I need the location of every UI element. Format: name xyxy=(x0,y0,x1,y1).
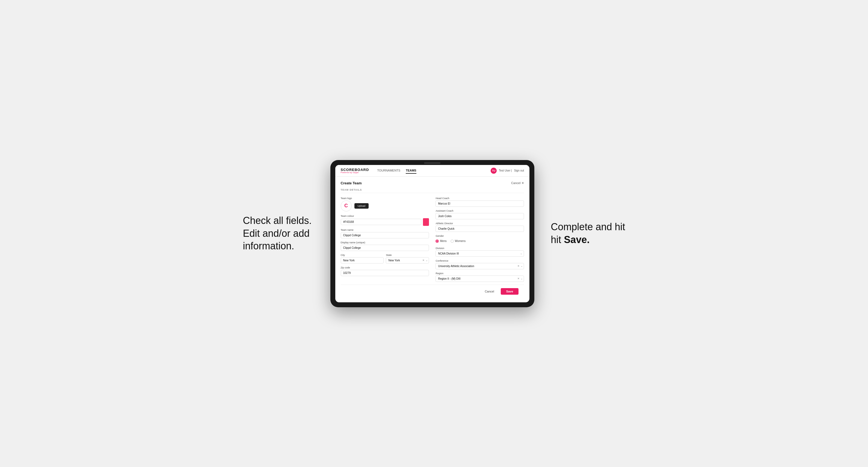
gender-field: Gender Mens Womens xyxy=(435,235,524,244)
sign-out-link[interactable]: Sign out xyxy=(514,169,524,172)
region-select-wrapper: ✕ ⌄ xyxy=(435,276,524,282)
athletic-director-field: Athletic Director xyxy=(435,222,524,232)
head-coach-label: Head Coach xyxy=(435,197,524,199)
gender-womens-radio[interactable]: Womens xyxy=(451,240,466,243)
logo-area: SCOREBOARD Powered by clippd xyxy=(341,168,369,174)
form-title: Create Team xyxy=(341,181,362,185)
state-label: State xyxy=(386,254,429,256)
division-field: Division NCAA Division III NCAA Division… xyxy=(435,247,524,257)
state-field: State ✕ ⌄ xyxy=(386,254,429,263)
logo-text: SCOREBOARD xyxy=(341,168,369,172)
cancel-button[interactable]: Cancel xyxy=(481,288,498,295)
team-colour-field: Team colour xyxy=(341,215,429,226)
conference-clear-icon[interactable]: ✕ xyxy=(517,264,520,268)
annotation-line3: information. xyxy=(243,240,294,251)
city-input[interactable] xyxy=(341,257,384,263)
head-coach-input[interactable] xyxy=(435,200,524,207)
mens-label: Mens xyxy=(440,240,446,243)
region-field: Region ✕ ⌄ xyxy=(435,272,524,282)
assistant-coach-label: Assistant Coach xyxy=(435,210,524,212)
color-field-wrapper xyxy=(341,218,429,226)
division-select[interactable]: NCAA Division III NCAA Division II NCAA … xyxy=(435,250,524,257)
display-name-input[interactable] xyxy=(341,245,429,251)
nav-teams[interactable]: TEAMS xyxy=(406,168,416,174)
annotation-line2: Edit and/or add xyxy=(243,228,310,239)
assistant-coach-field: Assistant Coach xyxy=(435,210,524,219)
zip-field: Zip code xyxy=(341,266,429,276)
display-name-label: Display name (unique) xyxy=(341,241,429,244)
athletic-director-input[interactable] xyxy=(435,225,524,232)
display-name-field: Display name (unique) xyxy=(341,241,429,251)
state-clear-icon[interactable]: ✕ xyxy=(422,259,425,261)
navbar: SCOREBOARD Powered by clippd TOURNAMENTS… xyxy=(335,165,530,177)
zip-input[interactable] xyxy=(341,270,429,276)
logo-circle: C xyxy=(341,200,352,211)
city-label: City xyxy=(341,254,384,256)
right-annotation: Complete and hit hit Save. xyxy=(551,221,625,246)
team-name-label: Team name xyxy=(341,228,429,231)
form-grid: Team logo C Upload Team colour xyxy=(341,197,524,282)
head-coach-field: Head Coach xyxy=(435,197,524,207)
user-label: Test User | xyxy=(499,169,512,172)
close-icon: ✕ xyxy=(522,181,524,185)
left-annotation: Check all fields. Edit and/or add inform… xyxy=(243,214,314,253)
team-colour-label: Team colour xyxy=(341,215,429,217)
assistant-coach-input[interactable] xyxy=(435,213,524,219)
annotation-line1: Check all fields. xyxy=(243,215,312,226)
save-button[interactable]: Save xyxy=(501,288,519,295)
womens-radio-dot xyxy=(451,240,454,243)
region-label: Region xyxy=(435,272,524,275)
color-swatch[interactable] xyxy=(423,218,429,226)
form-right: Head Coach Assistant Coach Athletic Dire… xyxy=(435,197,524,282)
form-header: Create Team Cancel ✕ xyxy=(341,181,524,185)
conference-input[interactable] xyxy=(435,263,524,269)
user-avatar: TU xyxy=(491,168,497,174)
gender-row: Mens Womens xyxy=(435,238,524,244)
athletic-director-label: Athletic Director xyxy=(435,222,524,225)
form-footer: Cancel Save xyxy=(341,285,524,298)
logo-sub: Powered by clippd xyxy=(341,172,369,174)
tablet-screen: SCOREBOARD Powered by clippd TOURNAMENTS… xyxy=(335,165,530,302)
region-clear-icon[interactable]: ✕ xyxy=(517,277,520,280)
tablet-frame: SCOREBOARD Powered by clippd TOURNAMENTS… xyxy=(330,160,535,307)
team-logo-field: Team logo C Upload xyxy=(341,197,429,212)
annotation-right-bold: Save. xyxy=(564,234,589,245)
nav-right: TU Test User | Sign out xyxy=(491,168,524,174)
team-name-input[interactable] xyxy=(341,232,429,239)
nav-tournaments[interactable]: TOURNAMENTS xyxy=(377,168,400,174)
cancel-x-label: Cancel xyxy=(511,181,520,185)
cancel-x-button[interactable]: Cancel ✕ xyxy=(511,181,524,185)
logo-upload-area: C Upload xyxy=(341,200,429,211)
zip-label: Zip code xyxy=(341,266,429,269)
team-name-field: Team name xyxy=(341,228,429,239)
nav-links: TOURNAMENTS TEAMS xyxy=(377,168,491,174)
division-wrapper: NCAA Division III NCAA Division II NCAA … xyxy=(435,250,524,257)
annotation-right-text: Complete and hit xyxy=(551,221,625,232)
conference-select-wrapper: ✕ ⌄ xyxy=(435,263,524,269)
city-state-row: City State ✕ ⌄ xyxy=(341,254,429,263)
section-label: TEAM DETAILS xyxy=(341,188,524,193)
region-input[interactable] xyxy=(435,276,524,282)
conference-label: Conference xyxy=(435,259,524,262)
team-colour-input[interactable] xyxy=(341,219,422,225)
state-select-wrapper: ✕ ⌄ xyxy=(386,257,429,263)
form-container: Create Team Cancel ✕ TEAM DETAILS Team l… xyxy=(335,177,530,302)
city-state-field: City State ✕ ⌄ xyxy=(341,254,429,263)
gender-label: Gender xyxy=(435,235,524,237)
division-label: Division xyxy=(435,247,524,250)
womens-label: Womens xyxy=(455,240,466,243)
form-left: Team logo C Upload Team colour xyxy=(341,197,429,282)
team-logo-label: Team logo xyxy=(341,197,429,199)
mens-radio-dot xyxy=(435,240,439,243)
gender-mens-radio[interactable]: Mens xyxy=(435,240,446,243)
upload-button[interactable]: Upload xyxy=(354,203,369,209)
city-field: City xyxy=(341,254,384,263)
conference-field: Conference ✕ ⌄ xyxy=(435,259,524,269)
